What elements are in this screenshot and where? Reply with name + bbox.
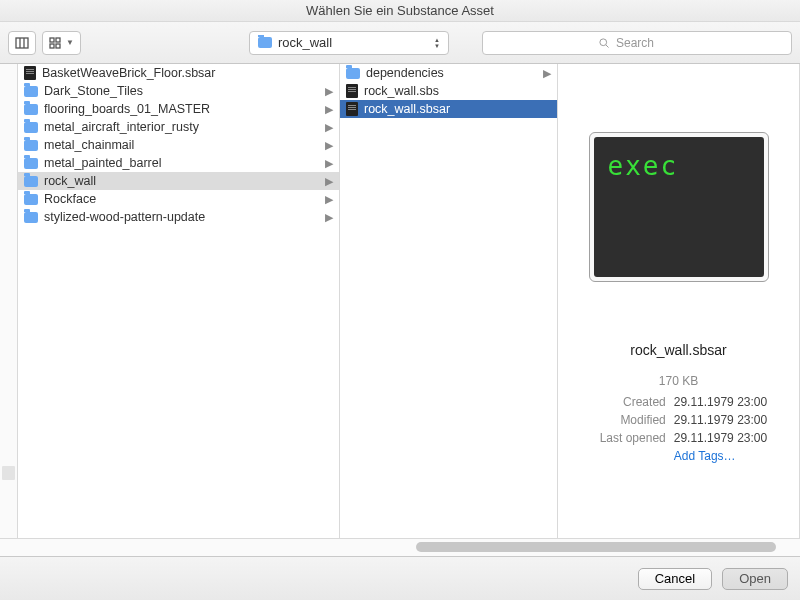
preview-column: exec rock_wall.sbsar 170 KB Created29.11… <box>558 64 800 538</box>
chevron-right-icon: ▶ <box>325 157 333 170</box>
chevron-down-icon: ▼ <box>66 38 74 47</box>
chevron-right-icon: ▶ <box>543 67 551 80</box>
cancel-button[interactable]: Cancel <box>638 568 712 590</box>
list-item-label: rock_wall <box>44 174 319 188</box>
footer: Cancel Open <box>0 556 800 600</box>
preview-thumbnail: exec <box>589 132 769 282</box>
caret-icon: ▲▼ <box>434 37 440 49</box>
created-label: Created <box>568 394 669 410</box>
open-button[interactable]: Open <box>722 568 788 590</box>
list-item-label: metal_painted_barrel <box>44 156 319 170</box>
list-item-label: BasketWeaveBrick_Floor.sbsar <box>42 66 333 80</box>
folder-icon <box>24 212 38 223</box>
opened-value: 29.11.1979 23:00 <box>671 430 789 446</box>
list-item[interactable]: BasketWeaveBrick_Floor.sbsar <box>18 64 339 82</box>
view-grid-button[interactable]: ▼ <box>42 31 81 55</box>
list-item[interactable]: dependencies▶ <box>340 64 557 82</box>
list-item[interactable]: Dark_Stone_Tiles▶ <box>18 82 339 100</box>
chevron-right-icon: ▶ <box>325 193 333 206</box>
svg-rect-3 <box>50 38 54 42</box>
list-item[interactable]: flooring_boards_01_MASTER▶ <box>18 100 339 118</box>
list-item[interactable]: metal_chainmail▶ <box>18 136 339 154</box>
folder-icon <box>24 176 38 187</box>
list-item-label: metal_chainmail <box>44 138 319 152</box>
list-item-label: Dark_Stone_Tiles <box>44 84 319 98</box>
list-item-label: rock_wall.sbs <box>364 84 551 98</box>
document-icon <box>346 84 358 98</box>
scrollbar-thumb[interactable] <box>416 542 776 552</box>
search-field[interactable] <box>482 31 792 55</box>
opened-label: Last opened <box>568 430 669 446</box>
grid-icon <box>49 36 63 50</box>
svg-point-7 <box>600 38 607 45</box>
folder-icon <box>24 194 38 205</box>
document-icon <box>24 66 36 80</box>
list-item[interactable]: metal_aircraft_interior_rusty▶ <box>18 118 339 136</box>
svg-rect-5 <box>50 44 54 48</box>
view-columns-button[interactable] <box>8 31 36 55</box>
folder-icon <box>258 37 272 48</box>
horizontal-scrollbar[interactable] <box>0 538 800 556</box>
document-icon <box>346 102 358 116</box>
list-item-label: stylized-wood-pattern-update <box>44 210 319 224</box>
list-item-label: Rockface <box>44 192 319 206</box>
folder-icon <box>24 104 38 115</box>
add-tags-link[interactable]: Add Tags… <box>674 449 736 463</box>
list-item-label: flooring_boards_01_MASTER <box>44 102 319 116</box>
folder-icon <box>346 68 360 79</box>
modified-label: Modified <box>568 412 669 428</box>
chevron-right-icon: ▶ <box>325 175 333 188</box>
chevron-right-icon: ▶ <box>325 121 333 134</box>
svg-rect-6 <box>56 44 60 48</box>
list-item-label: dependencies <box>366 66 537 80</box>
columns-icon <box>15 36 29 50</box>
list-item[interactable]: stylized-wood-pattern-update▶ <box>18 208 339 226</box>
preview-filesize: 170 KB <box>566 374 791 388</box>
modified-value: 29.11.1979 23:00 <box>671 412 789 428</box>
chevron-right-icon: ▶ <box>325 211 333 224</box>
search-icon <box>598 37 610 49</box>
svg-rect-4 <box>56 38 60 42</box>
svg-line-8 <box>606 44 609 47</box>
window-title: Wählen Sie ein Substance Asset <box>0 0 800 22</box>
list-item[interactable]: rock_wall▶ <box>18 172 339 190</box>
svg-rect-0 <box>16 38 28 48</box>
chevron-right-icon: ▶ <box>325 85 333 98</box>
folder-icon <box>24 86 38 97</box>
folder-icon <box>24 158 38 169</box>
list-item[interactable]: rock_wall.sbs <box>340 82 557 100</box>
search-input[interactable] <box>616 36 676 50</box>
created-value: 29.11.1979 23:00 <box>671 394 789 410</box>
list-item[interactable]: rock_wall.sbsar <box>340 100 557 118</box>
chevron-right-icon: ▶ <box>325 103 333 116</box>
preview-filename: rock_wall.sbsar <box>566 342 791 358</box>
chevron-right-icon: ▶ <box>325 139 333 152</box>
column-2: dependencies▶rock_wall.sbsrock_wall.sbsa… <box>340 64 558 538</box>
toolbar: ▼ rock_wall ▲▼ <box>0 22 800 64</box>
list-item-label: rock_wall.sbsar <box>364 102 551 116</box>
file-columns: BasketWeaveBrick_Floor.sbsarDark_Stone_T… <box>0 64 800 538</box>
list-item[interactable]: metal_painted_barrel▶ <box>18 154 339 172</box>
folder-icon <box>24 122 38 133</box>
path-dropdown[interactable]: rock_wall ▲▼ <box>249 31 449 55</box>
list-item[interactable]: Rockface▶ <box>18 190 339 208</box>
path-label: rock_wall <box>278 35 332 50</box>
sidebar-strip <box>0 64 18 538</box>
folder-icon <box>24 140 38 151</box>
column-1: BasketWeaveBrick_Floor.sbsarDark_Stone_T… <box>18 64 340 538</box>
exec-label: exec <box>608 151 679 181</box>
list-item-label: metal_aircraft_interior_rusty <box>44 120 319 134</box>
